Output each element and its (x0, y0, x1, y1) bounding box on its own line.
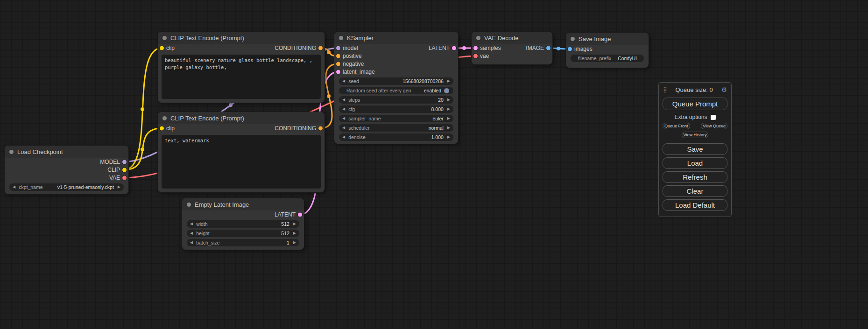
input-slot-negative[interactable] (336, 62, 340, 66)
decrement-arrow-icon[interactable]: ◀ (190, 241, 193, 245)
input-slot-clip[interactable] (160, 126, 164, 130)
slot-row: clip CONDITIONING (158, 44, 325, 52)
input-slot-latent-image[interactable] (336, 70, 340, 74)
clear-button[interactable]: Clear (663, 185, 727, 197)
toggle-knob-icon[interactable] (444, 88, 449, 93)
node-empty-latent-image[interactable]: Empty Latent Image LATENT ◀ width 512 ▶ … (182, 198, 304, 250)
widget-scheduler[interactable]: ◀ scheduler normal ▶ (339, 124, 453, 132)
widget-steps[interactable]: ◀ steps 20 ▶ (339, 96, 453, 104)
extra-options-checkbox[interactable] (711, 115, 716, 120)
decrement-arrow-icon[interactable]: ◀ (342, 126, 345, 130)
output-slot-latent[interactable] (452, 46, 456, 50)
refresh-button[interactable]: Refresh (663, 171, 727, 183)
node-titlebar[interactable]: Save Image (566, 33, 649, 45)
input-slot-model[interactable] (336, 46, 340, 50)
increment-arrow-icon[interactable]: ▶ (293, 231, 296, 235)
increment-arrow-icon[interactable]: ▶ (118, 185, 120, 189)
output-slot-vae[interactable] (122, 175, 127, 180)
output-slot-conditioning[interactable] (318, 126, 323, 130)
slot-row: VAE (5, 174, 128, 182)
output-slot-conditioning[interactable] (318, 46, 323, 50)
increment-arrow-icon[interactable]: ▶ (447, 107, 450, 111)
input-slot-clip[interactable] (160, 46, 164, 50)
queue-prompt-button[interactable]: Queue Prompt (663, 98, 727, 110)
collapse-dot-icon[interactable] (9, 150, 14, 154)
decrement-arrow-icon[interactable]: ◀ (190, 231, 193, 235)
widget-label: cfg (348, 106, 355, 112)
decrement-arrow-icon[interactable]: ◀ (342, 135, 345, 139)
decrement-arrow-icon[interactable]: ◀ (342, 79, 345, 83)
node-titlebar[interactable]: Empty Latent Image (182, 198, 304, 210)
node-clip-text-encode-negative[interactable]: CLIP Text Encode (Prompt) clip CONDITION… (158, 112, 325, 192)
input-label-latent-image: latent_image (343, 69, 375, 75)
output-slot-latent[interactable] (298, 212, 302, 217)
widget-height[interactable]: ◀ height 512 ▶ (187, 230, 299, 237)
increment-arrow-icon[interactable]: ▶ (447, 117, 450, 120)
prompt-textarea[interactable]: beautiful scenery nature glass bottle la… (162, 55, 321, 99)
view-queue-button[interactable]: View Queue (701, 123, 727, 129)
input-slot-vae[interactable] (473, 54, 478, 58)
output-label-image: IMAGE (526, 45, 544, 51)
queue-front-button[interactable]: Queue Front (663, 123, 690, 129)
node-ksampler[interactable]: KSampler model LATENT positive negative … (334, 32, 458, 144)
widget-sampler-name[interactable]: ◀ sampler_name euler ▶ (339, 115, 453, 122)
node-title: CLIP Text Encode (Prompt) (170, 115, 244, 122)
output-slot-clip[interactable] (122, 168, 127, 172)
widget-value: 156680208700286 (402, 78, 444, 84)
widget-filename-prefix[interactable]: filename_prefix ComfyUI (571, 55, 644, 62)
node-titlebar[interactable]: CLIP Text Encode (Prompt) (158, 112, 325, 124)
collapse-dot-icon[interactable] (339, 36, 343, 40)
widget-seed[interactable]: ◀ seed 156680208700286 ▶ (339, 77, 453, 85)
prompt-textarea[interactable]: text, watermark (162, 135, 321, 189)
drag-handle-icon[interactable]: ⣿ (663, 86, 667, 93)
input-label-model: model (343, 45, 358, 51)
wire-midpoint-dot (327, 94, 331, 98)
increment-arrow-icon[interactable]: ▶ (293, 222, 296, 226)
input-slot-images[interactable] (568, 47, 572, 51)
decrement-arrow-icon[interactable]: ◀ (342, 117, 345, 120)
widget-batch-size[interactable]: ◀ batch_size 1 ▶ (187, 239, 299, 246)
node-titlebar[interactable]: Load Checkpoint (5, 146, 128, 158)
view-history-button[interactable]: View History (682, 132, 709, 138)
decrement-arrow-icon[interactable]: ◀ (342, 98, 345, 102)
settings-gear-icon[interactable]: ⚙ (721, 86, 727, 93)
output-slot-model[interactable] (122, 160, 127, 164)
increment-arrow-icon[interactable]: ▶ (447, 79, 450, 83)
collapse-dot-icon[interactable] (571, 37, 575, 41)
node-save-image[interactable]: Save Image images filename_prefix ComfyU… (566, 33, 649, 68)
output-slot-image[interactable] (546, 46, 550, 50)
collapse-dot-icon[interactable] (162, 116, 167, 120)
node-clip-text-encode-positive[interactable]: CLIP Text Encode (Prompt) clip CONDITION… (158, 32, 325, 103)
decrement-arrow-icon[interactable]: ◀ (342, 107, 345, 111)
wire-midpoint-dot (141, 147, 144, 151)
widget-ckpt-name[interactable]: ◀ ckpt_name v1-5-pruned-emaonly.ckpt ▶ (9, 183, 124, 191)
node-graph-canvas[interactable]: Load Checkpoint MODEL CLIP VAE ◀ ckpt_na… (0, 0, 868, 329)
node-titlebar[interactable]: VAE Decode (472, 32, 552, 44)
widget-label: scheduler (348, 125, 370, 131)
increment-arrow-icon[interactable]: ▶ (293, 241, 296, 245)
node-titlebar[interactable]: KSampler (334, 32, 458, 44)
widget-cfg[interactable]: ◀ cfg 8.000 ▶ (339, 105, 453, 113)
widget-denoise[interactable]: ◀ denoise 1.000 ▶ (339, 133, 453, 141)
increment-arrow-icon[interactable]: ▶ (447, 98, 450, 102)
collapse-dot-icon[interactable] (187, 203, 191, 207)
input-slot-samples[interactable] (473, 46, 478, 50)
save-button[interactable]: Save (663, 143, 727, 155)
collapse-dot-icon[interactable] (162, 36, 167, 40)
widget-random-seed-toggle[interactable]: Random seed after every gen enabled (339, 87, 453, 94)
input-label-vae: vae (480, 53, 489, 59)
increment-arrow-icon[interactable]: ▶ (447, 126, 450, 130)
decrement-arrow-icon[interactable]: ◀ (190, 222, 193, 226)
load-button[interactable]: Load (663, 157, 727, 169)
collapse-dot-icon[interactable] (476, 36, 480, 40)
input-slot-positive[interactable] (336, 54, 340, 58)
increment-arrow-icon[interactable]: ▶ (447, 135, 450, 139)
wire-midpoint-dot (462, 46, 466, 50)
node-load-checkpoint[interactable]: Load Checkpoint MODEL CLIP VAE ◀ ckpt_na… (5, 146, 128, 194)
widget-width[interactable]: ◀ width 512 ▶ (187, 220, 299, 228)
queue-menu-panel[interactable]: ⣿ Queue size: 0 ⚙ Queue Prompt Extra opt… (658, 82, 732, 217)
node-titlebar[interactable]: CLIP Text Encode (Prompt) (158, 32, 325, 44)
load-default-button[interactable]: Load Default (663, 199, 727, 211)
node-vae-decode[interactable]: VAE Decode samples IMAGE vae (472, 32, 552, 64)
decrement-arrow-icon[interactable]: ◀ (13, 185, 15, 189)
